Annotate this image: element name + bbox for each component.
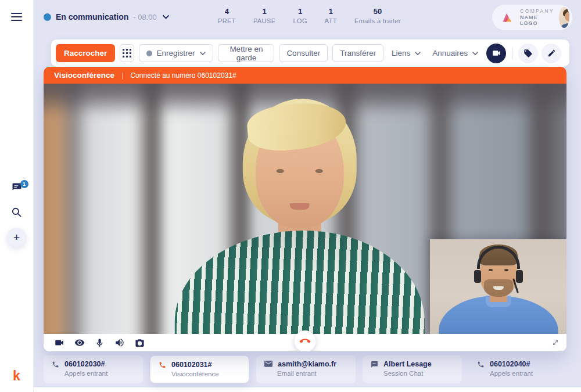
call-status-label: Connecté au numéro 060102031# (130, 71, 236, 80)
video-camera-icon (54, 337, 64, 348)
record-dot-icon (146, 51, 152, 56)
dialpad-button[interactable] (120, 44, 134, 62)
kiamo-logo: k (0, 368, 33, 384)
stat-att: 1 ATT (325, 7, 337, 24)
sidebar-chat-button[interactable]: 1 (0, 182, 33, 193)
user-avatar[interactable] (559, 7, 569, 28)
status-label: En communication (56, 12, 128, 21)
divider (512, 48, 512, 59)
company-account-pill[interactable]: COMPANY NAME LOGO (492, 5, 572, 30)
snapshot-button[interactable] (135, 338, 145, 348)
directories-dropdown[interactable]: Annuaires (429, 49, 482, 57)
local-video[interactable] (430, 239, 566, 334)
call-banner: Visioconférence | Connecté au numéro 060… (44, 67, 566, 84)
remote-video (44, 84, 566, 334)
record-dropdown-button[interactable]: Enregistrer (139, 44, 213, 62)
visibility-button[interactable] (74, 337, 85, 348)
transfer-button[interactable]: Transférer (332, 44, 383, 62)
email-icon (264, 361, 272, 368)
tag-icon (523, 49, 533, 58)
menu-icon[interactable] (11, 13, 22, 21)
chevron-down-icon (472, 52, 478, 55)
session-tab-call-2[interactable]: 060102040# Appels entrant (469, 355, 568, 383)
microphone-button[interactable] (95, 338, 105, 348)
left-sidebar: 1 + k (0, 0, 33, 392)
sidebar-search-button[interactable] (0, 207, 33, 218)
status-dot (44, 13, 51, 21)
video-conference-card: Visioconférence | Connecté au numéro 060… (44, 67, 566, 351)
tag-button[interactable] (518, 44, 538, 63)
phone-icon (477, 361, 485, 368)
call-toolbar: Raccrocher Enregistrer Mettre en garde C… (51, 39, 569, 67)
speaker-icon (114, 337, 125, 348)
session-tab-chat[interactable]: Albert Lesage Session Chat (363, 355, 462, 383)
hangup-video-button[interactable] (295, 330, 316, 351)
eye-icon (74, 337, 85, 348)
phone-icon (52, 361, 59, 368)
video-call-button[interactable] (486, 44, 506, 63)
links-dropdown[interactable]: Liens (388, 49, 424, 57)
video-camera-icon (492, 48, 501, 58)
video-controls-bar (44, 334, 566, 351)
stat-pause: 1 PAUSE (253, 7, 275, 24)
consult-button[interactable]: Consulter (279, 44, 328, 62)
queue-stats: 4 PRET 1 PAUSE 1 LOG 1 ATT 50 Emails à t… (218, 7, 401, 24)
stat-pret: 4 PRET (218, 7, 236, 24)
chevron-down-icon (200, 52, 206, 55)
stat-emails: 50 Emails à traiter (354, 7, 401, 24)
agent-status-dropdown[interactable]: En communication - 08:00 (44, 12, 169, 21)
dialpad-icon (123, 49, 131, 57)
add-session-button[interactable]: + (7, 228, 26, 247)
resize-icon (551, 339, 560, 347)
hangup-icon (300, 336, 311, 347)
snapshot-icon (135, 338, 145, 348)
company-name: COMPANY NAME LOGO (520, 8, 554, 26)
plus-icon: + (13, 231, 20, 244)
resize-handle[interactable] (551, 339, 560, 347)
microphone-icon (95, 338, 105, 348)
status-timer: - 08:00 (133, 13, 156, 21)
stat-log: 1 LOG (293, 7, 307, 24)
remote-participant (166, 96, 433, 334)
chevron-down-icon (163, 15, 169, 19)
chat-icon (371, 361, 378, 368)
session-tab-call-1[interactable]: 060102030# Appels entrant (44, 355, 143, 383)
session-tab-visio[interactable]: 060102031# Visioconférence (150, 355, 249, 383)
chat-badge: 1 (20, 180, 28, 188)
session-tab-email[interactable]: asmith@kiamo.fr Email entrant (256, 355, 356, 383)
company-logo-icon (500, 10, 515, 24)
top-header: En communication - 08:00 4 PRET 1 PAUSE … (33, 0, 581, 35)
pencil-icon (547, 49, 556, 57)
hold-button[interactable]: Mettre en garde (218, 44, 274, 62)
hangup-call-button[interactable]: Raccrocher (56, 44, 115, 62)
search-icon (11, 207, 22, 218)
session-tabs: 060102030# Appels entrant 060102031# Vis… (44, 355, 568, 383)
phone-icon (159, 361, 166, 369)
chevron-down-icon (415, 52, 421, 55)
video-camera-toggle-button[interactable] (54, 337, 64, 348)
speaker-button[interactable] (114, 337, 125, 348)
edit-button[interactable] (541, 44, 561, 63)
call-type-label: Visioconférence (54, 71, 114, 80)
